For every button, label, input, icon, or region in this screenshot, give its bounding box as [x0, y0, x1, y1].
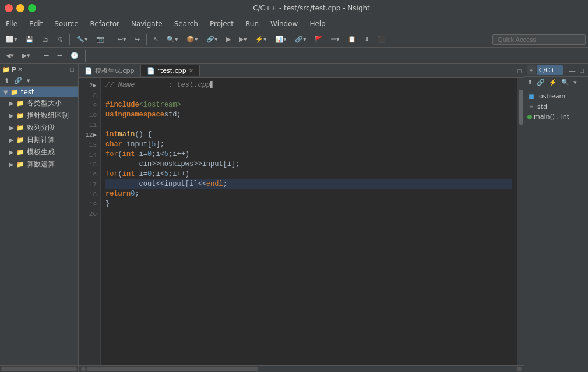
menu-navigate[interactable]: Navigate	[125, 18, 168, 30]
scrollbar-track[interactable]	[517, 78, 524, 365]
prev-edit-btn[interactable]: ◀▾	[2, 50, 17, 61]
publish-btn[interactable]: 📦▾	[183, 34, 202, 45]
rp-max-button[interactable]: □	[578, 66, 586, 75]
outline-item-std[interactable]: ≡ std	[526, 101, 587, 112]
tree-dropdown-btn[interactable]: ▾	[25, 76, 32, 85]
new-button[interactable]: ⬜▾	[2, 34, 21, 45]
outline-btn-3[interactable]: ⚡	[547, 78, 559, 87]
panel-min-button[interactable]: —	[57, 65, 67, 73]
browse-btn[interactable]: 🔍▾	[163, 34, 182, 45]
hscroll-right[interactable]	[517, 367, 522, 371]
outline-dropdown[interactable]: ▾	[572, 78, 579, 87]
editor-min-button[interactable]: —	[504, 66, 515, 76]
next-edit-btn[interactable]: ▶▾	[19, 50, 34, 61]
expand-icon: ▶	[9, 137, 14, 143]
redo-btn[interactable]: ↪	[131, 34, 143, 45]
right-panel-controls: — □	[567, 66, 586, 75]
fwd-btn[interactable]: ➡	[54, 50, 66, 61]
outline-namespace-icon: ■	[527, 92, 536, 100]
launch-btn[interactable]: ⚡▾	[252, 34, 270, 45]
editor-max-button[interactable]: □	[515, 66, 524, 76]
format-btn[interactable]: 📋	[344, 34, 360, 45]
menu-source[interactable]: Source	[48, 18, 84, 30]
tree-link-btn[interactable]: 🔗	[12, 76, 24, 85]
tree-item-test[interactable]: ▼ 📁 test	[0, 87, 78, 97]
line-num-12: 12▶	[79, 130, 100, 140]
code-area[interactable]: // Name : test.cpp▌ #include <iostream> …	[101, 78, 517, 365]
screenshot-btn[interactable]: 📷	[93, 34, 108, 45]
run-btn[interactable]: ▶	[223, 34, 234, 45]
tree-item-4[interactable]: ▶ 📁 模板生成	[0, 146, 78, 158]
folder-icon: 📁	[16, 100, 24, 107]
save-button[interactable]: 💾	[22, 34, 37, 45]
expand-icon: ▶	[9, 161, 14, 168]
external-btn[interactable]: 🔗▾	[203, 34, 221, 45]
outline-item-iostream[interactable]: ■ iostream	[526, 91, 587, 101]
rp-tab-cpp[interactable]: C/C++	[537, 65, 564, 75]
menu-edit[interactable]: Edit	[23, 18, 48, 30]
rp-min-button[interactable]: —	[567, 66, 577, 75]
hscroll-left[interactable]	[81, 367, 86, 371]
menu-search[interactable]: Search	[168, 18, 204, 30]
profile-btn[interactable]: 📊▾	[272, 34, 290, 45]
code-line-16: for(int i=0;i<5;i++)	[105, 169, 512, 179]
menu-help[interactable]: Help	[304, 18, 331, 30]
run2-btn[interactable]: ▶▾	[235, 34, 251, 45]
tree-label: 数列分段	[27, 123, 55, 133]
left-scroll[interactable]	[0, 365, 78, 372]
menu-project[interactable]: Project	[204, 18, 240, 30]
quick-access-input[interactable]	[492, 34, 586, 45]
tab-close-icon[interactable]: ✕	[189, 68, 193, 74]
tree-item-0[interactable]: ▶ 📁 各类型大小	[0, 97, 78, 109]
horizontal-scrollbar[interactable]	[1, 367, 77, 371]
center-panel: 📄 模板生成.cpp 📄 *test.cpp ✕ — □ 2▶ 8 9 10 1…	[79, 64, 524, 372]
hist-btn[interactable]: 🕐	[67, 50, 82, 61]
scrollbar-thumb[interactable]	[519, 90, 523, 125]
close-button[interactable]	[5, 4, 13, 12]
outline-item-main[interactable]: main() : int	[526, 112, 587, 122]
editor-scrollbar[interactable]	[517, 78, 524, 365]
undo-btn[interactable]: ↩▾	[114, 34, 130, 45]
maximize-button[interactable]	[28, 4, 36, 12]
right-panel-tabs: » C/C++	[527, 65, 563, 75]
tab-moban[interactable]: 📄 模板生成.cpp	[79, 65, 141, 77]
code-line-17: cout<<input[i]<<endl;	[105, 179, 512, 189]
folder-icon: 📁	[16, 136, 24, 144]
align-btn[interactable]: ⬛	[374, 34, 389, 45]
menu-file[interactable]: File	[0, 18, 23, 30]
menu-run[interactable]: Run	[240, 18, 265, 30]
print-button[interactable]: 🖨	[53, 34, 66, 45]
minimize-button[interactable]	[16, 4, 24, 12]
outline-btn-4[interactable]: 🔍	[559, 78, 571, 87]
tree-item-2[interactable]: ▶ 📁 数列分段	[0, 122, 78, 134]
outline-btn-1[interactable]: ⬆	[526, 78, 534, 87]
rp-tab-outline[interactable]: »	[527, 65, 536, 75]
save-all-button[interactable]: 🗂	[38, 34, 52, 45]
tree-item-5[interactable]: ▶ 📁 算数运算	[0, 158, 78, 171]
cursor-btn[interactable]: ↖	[150, 34, 162, 45]
tree-label: 算数运算	[27, 160, 55, 169]
line-num-11: 11	[79, 120, 100, 130]
tree-item-1[interactable]: ▶ 📁 指针数组区别	[0, 109, 78, 122]
back-btn[interactable]: ⬅	[40, 50, 52, 61]
menu-refactor[interactable]: Refactor	[84, 18, 125, 30]
editor-horizontal-scroll[interactable]	[79, 365, 524, 372]
title-bar: C/C++ - test/src/test.cpp - Nsight	[0, 0, 588, 16]
tab-icon: 📄	[84, 67, 93, 75]
tree-item-3[interactable]: ▶ 📁 日期计算	[0, 134, 78, 146]
tree-new-btn[interactable]: ⬆	[2, 76, 11, 85]
outline-btn-2[interactable]: 🔗	[535, 78, 547, 87]
folder-icon: 📁	[16, 161, 24, 168]
tab-test-cpp[interactable]: 📄 *test.cpp ✕	[141, 65, 200, 76]
flag-btn[interactable]: 🚩	[311, 34, 326, 45]
menu-window[interactable]: Window	[265, 18, 304, 30]
ext2-btn[interactable]: 🔗▾	[291, 34, 310, 45]
collapse-btn[interactable]: ⬇	[361, 34, 373, 45]
panel-max-button[interactable]: □	[68, 65, 76, 73]
panel-close-icon: ✕	[17, 66, 23, 73]
hscroll-thumb[interactable]	[87, 367, 258, 371]
pencil-btn[interactable]: ✏▾	[328, 34, 343, 45]
hscroll-track[interactable]	[87, 367, 516, 371]
right-panel-header: » C/C++ — □	[524, 64, 588, 77]
tool-btn-1[interactable]: 🔧▾	[73, 34, 91, 45]
